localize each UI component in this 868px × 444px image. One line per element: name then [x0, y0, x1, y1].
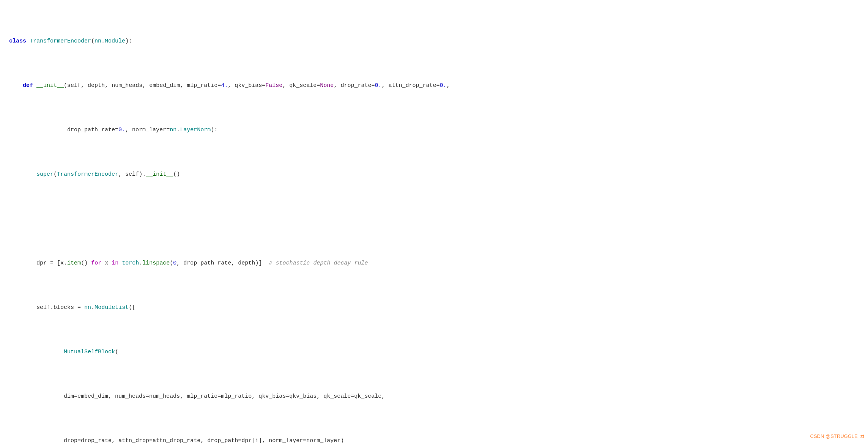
code-line-6: dpr = [x.item() for x in torch.linspace(…	[8, 259, 868, 268]
code-line-8: MutualSelfBlock(	[8, 348, 868, 357]
code-block: class TransformerEncoder(nn.Module): def…	[0, 0, 868, 444]
watermark: CSDN @STRUGGLE_zt	[810, 433, 865, 440]
code-line-10: drop=drop_rate, attn_drop=attn_drop_rate…	[8, 436, 868, 444]
code-line-5	[8, 214, 868, 224]
code-line-9: dim=embed_dim, num_heads=num_heads, mlp_…	[8, 392, 868, 401]
code-line-7: self.blocks = nn.ModuleList([	[8, 303, 868, 312]
code-line-4: super(TransformerEncoder, self).__init__…	[8, 170, 868, 179]
code-container: class TransformerEncoder(nn.Module): def…	[0, 0, 868, 444]
code-line-2: def __init__(self, depth, num_heads, emb…	[8, 81, 868, 90]
code-line-3: drop_path_rate=0., norm_layer=nn.LayerNo…	[8, 126, 868, 135]
code-line-1: class TransformerEncoder(nn.Module):	[8, 37, 868, 46]
